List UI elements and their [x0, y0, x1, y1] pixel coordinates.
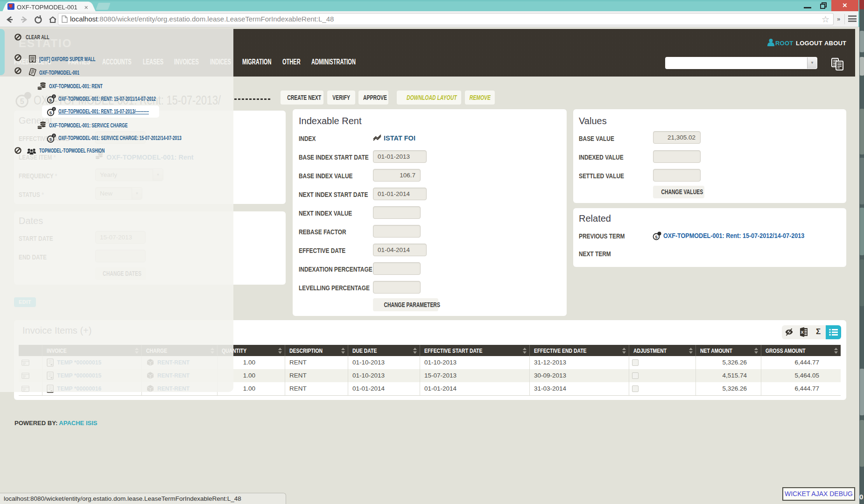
svg-text:5: 5 — [49, 137, 52, 142]
svg-text:5: 5 — [49, 98, 52, 103]
svg-text:X: X — [801, 330, 803, 335]
svg-text:5: 5 — [49, 110, 52, 115]
svg-text:5: 5 — [655, 235, 657, 239]
